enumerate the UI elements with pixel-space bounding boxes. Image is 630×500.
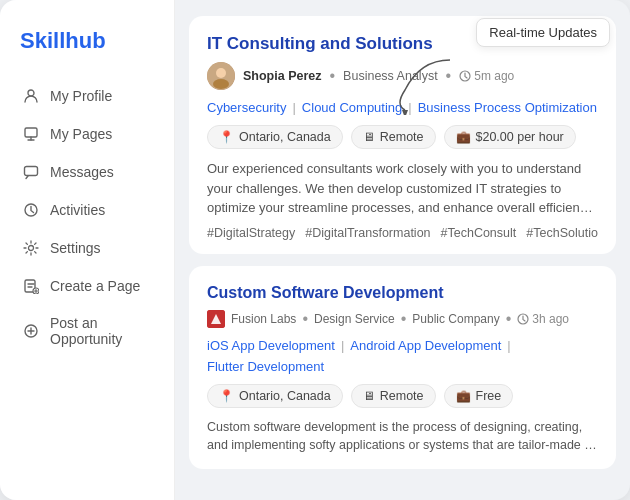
card1-role: Business Analyst [343, 69, 438, 83]
card2-title: Custom Software Development [207, 284, 598, 302]
card1-time-text: 5m ago [474, 69, 514, 83]
sidebar-label-profile: My Profile [50, 88, 112, 104]
card1-tag-2[interactable]: Business Process Optimization [418, 100, 597, 115]
card2-time-text: 3h ago [532, 312, 569, 326]
card2-tags: iOS App Development | Android App Develo… [207, 338, 598, 374]
sidebar-item-post[interactable]: Post an Opportunity [10, 306, 164, 356]
card2-location-text: Ontario, Canada [239, 389, 331, 403]
card2-tag-0[interactable]: iOS App Development [207, 338, 335, 353]
card2-free-text: Free [476, 389, 502, 403]
hashtag-1: #DigitalTransformation [305, 226, 430, 240]
card1-meta: Shopia Perez • Business Analyst • 5m ago [207, 62, 598, 90]
monitor-icon-2: 🖥 [363, 389, 375, 403]
card2-pill-free: 💼 Free [444, 384, 514, 408]
card2-tag-1[interactable]: Android App Development [350, 338, 501, 353]
card2-description: Custom software development is the proce… [207, 418, 598, 456]
svg-point-10 [216, 68, 226, 78]
card1-description: Our experienced consultants work closely… [207, 159, 598, 218]
card2-time: 3h ago [517, 312, 569, 326]
card2-pill-location: 📍 Ontario, Canada [207, 384, 343, 408]
card1-desc-text: Our experienced consultants work closely… [207, 161, 593, 215]
sidebar-label-messages: Messages [50, 164, 114, 180]
sidebar-label-settings: Settings [50, 240, 101, 256]
card2-pills: 📍 Ontario, Canada 🖥 Remote 💼 Free [207, 384, 598, 408]
card1-pill-location: 📍 Ontario, Canada [207, 125, 343, 149]
hashtag-0: #DigitalStrategy [207, 226, 295, 240]
card2-tag-2[interactable]: Flutter Development [207, 359, 324, 374]
create-icon [22, 277, 40, 295]
card2-pill-remote: 🖥 Remote [351, 384, 436, 408]
logo-skill: Skill [20, 28, 65, 53]
card1-location-text: Ontario, Canada [239, 130, 331, 144]
fusion-labs-icon [207, 310, 225, 328]
hashtag-3: #TechSolutions [526, 226, 598, 240]
sidebar-label-pages: My Pages [50, 126, 112, 142]
app-container: Real-time Updates Skillhub My Profile [0, 0, 630, 500]
card1-pill-rate: 💼 $20.00 per hour [444, 125, 576, 149]
card2-company: Fusion Labs [231, 312, 296, 326]
sidebar-label-activities: Activities [50, 202, 105, 218]
sidebar-item-messages[interactable]: Messages [10, 154, 164, 190]
logo-area: Skillhub [0, 0, 174, 78]
svg-rect-3 [25, 167, 38, 176]
avatar-inner [207, 62, 235, 90]
sidebar-item-activities[interactable]: Activities [10, 192, 164, 228]
hashtag-2: #TechConsult [441, 226, 517, 240]
realtime-badge: Real-time Updates [476, 18, 610, 47]
location-icon-2: 📍 [219, 389, 234, 403]
card2-meta: Fusion Labs • Design Service • Public Co… [207, 310, 598, 328]
logo: Skillhub [20, 28, 154, 54]
activity-icon [22, 201, 40, 219]
card1-rate-text: $20.00 per hour [476, 130, 564, 144]
card2-company-type: Public Company [412, 312, 499, 326]
card1-author: Shopia Perez [243, 69, 322, 83]
card2-type: Design Service [314, 312, 395, 326]
card1-pill-remote: 🖥 Remote [351, 125, 436, 149]
money-icon-2: 💼 [456, 389, 471, 403]
card1-hashtags: #DigitalStrategy #DigitalTransformation … [207, 226, 598, 240]
avatar [207, 62, 235, 90]
card1-tag-1[interactable]: Cloud Computing [302, 100, 402, 115]
sidebar-item-settings[interactable]: Settings [10, 230, 164, 266]
settings-icon [22, 239, 40, 257]
person-icon [22, 87, 40, 105]
location-icon: 📍 [219, 130, 234, 144]
sidebar-item-pages[interactable]: My Pages [10, 116, 164, 152]
svg-rect-2 [25, 128, 37, 137]
card1-pills: 📍 Ontario, Canada 🖥 Remote 💼 $20.00 per … [207, 125, 598, 149]
clock-icon-2 [517, 313, 529, 325]
avatar-svg [207, 62, 235, 90]
realtime-label: Real-time Updates [489, 25, 597, 40]
message-icon [22, 163, 40, 181]
logo-hub: hub [65, 28, 105, 53]
svg-point-1 [28, 90, 34, 96]
card1-remote-text: Remote [380, 130, 424, 144]
sidebar-label-create: Create a Page [50, 278, 140, 294]
pages-icon [22, 125, 40, 143]
card1-tags: Cybersecurity | Cloud Computing | Busine… [207, 100, 598, 115]
post-icon [22, 322, 40, 340]
company-icon [207, 310, 225, 328]
clock-icon [459, 70, 471, 82]
card1-time: 5m ago [459, 69, 514, 83]
money-icon: 💼 [456, 130, 471, 144]
monitor-icon: 🖥 [363, 130, 375, 144]
sidebar-item-profile[interactable]: My Profile [10, 78, 164, 114]
sidebar-label-post: Post an Opportunity [50, 315, 152, 347]
card2-remote-text: Remote [380, 389, 424, 403]
sidebar-item-create[interactable]: Create a Page [10, 268, 164, 304]
svg-point-5 [29, 246, 34, 251]
sidebar: Skillhub My Profile [0, 0, 175, 500]
card1-tag-0[interactable]: Cybersecurity [207, 100, 286, 115]
nav-items: My Profile My Pages [0, 78, 174, 356]
main-content: IT Consulting and Solutions Shopia Perez… [175, 0, 630, 500]
card-custom-software: Custom Software Development Fusion Labs … [189, 266, 616, 470]
svg-point-11 [213, 79, 229, 89]
card1-author-name: Shopia Perez [243, 69, 322, 83]
